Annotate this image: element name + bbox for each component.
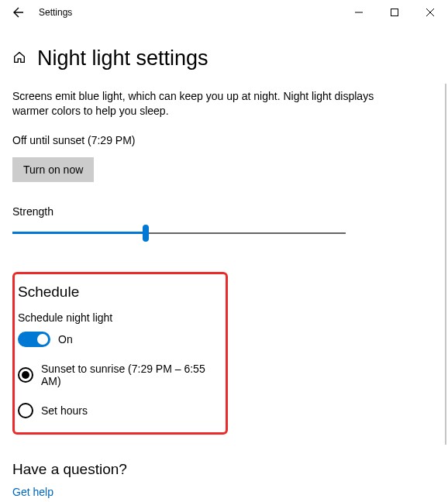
page-description: Screens emit blue light, which can keep …: [12, 89, 377, 119]
window-controls: [341, 0, 448, 25]
schedule-section: Schedule Schedule night light On Sunset …: [12, 272, 228, 435]
help-heading: Have a question?: [12, 461, 436, 478]
window-title: Settings: [39, 7, 72, 18]
titlebar: Settings: [0, 0, 448, 25]
help-section: Have a question? Get help: [12, 461, 436, 498]
schedule-toggle-label: Schedule night light: [18, 311, 215, 324]
schedule-toggle-state: On: [58, 333, 73, 346]
radio-sunset-label: Sunset to sunrise (7:29 PM – 6:55 AM): [41, 363, 215, 387]
home-icon[interactable]: [12, 50, 26, 67]
svg-rect-0: [391, 9, 398, 16]
schedule-toggle[interactable]: [18, 332, 50, 347]
strength-slider[interactable]: [12, 225, 346, 241]
get-help-link[interactable]: Get help: [12, 486, 436, 498]
minimize-button[interactable]: [341, 0, 377, 25]
scrollbar[interactable]: [445, 84, 446, 445]
strength-label: Strength: [12, 205, 436, 218]
radio-set-hours[interactable]: [18, 403, 33, 418]
turn-on-button[interactable]: Turn on now: [12, 157, 94, 182]
page-header: Night light settings: [12, 46, 436, 70]
maximize-icon: [391, 9, 398, 16]
page-content: Night light settings Screens emit blue l…: [0, 46, 448, 498]
schedule-heading: Schedule: [18, 284, 215, 301]
schedule-toggle-row: On: [18, 332, 215, 347]
slider-thumb[interactable]: [143, 225, 149, 242]
radio-row-set-hours[interactable]: Set hours: [18, 403, 215, 418]
radio-set-hours-label: Set hours: [41, 404, 88, 417]
close-icon: [426, 9, 434, 16]
minimize-icon: [355, 9, 363, 16]
radio-sunset[interactable]: [18, 367, 33, 383]
page-title: Night light settings: [37, 46, 208, 70]
status-text: Off until sunset (7:29 PM): [12, 134, 436, 146]
close-button[interactable]: [412, 0, 448, 25]
radio-row-sunset[interactable]: Sunset to sunrise (7:29 PM – 6:55 AM): [18, 363, 215, 387]
back-button[interactable]: [3, 0, 34, 25]
back-arrow-icon: [12, 6, 25, 19]
maximize-button[interactable]: [377, 0, 412, 25]
